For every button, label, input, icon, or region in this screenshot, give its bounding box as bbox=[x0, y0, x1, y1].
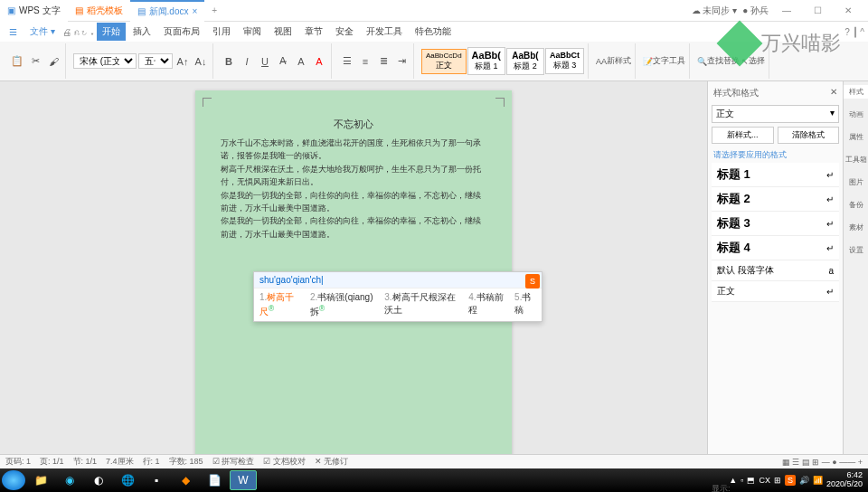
menu-insert[interactable]: 插入 bbox=[127, 23, 156, 41]
bold-button[interactable]: B bbox=[221, 53, 237, 70]
highlight-button[interactable]: A bbox=[293, 53, 309, 70]
shrink-font[interactable]: A↓ bbox=[193, 53, 209, 70]
panel-close[interactable]: ✕ bbox=[830, 87, 837, 99]
new-style-button[interactable]: AA新样式 bbox=[596, 53, 631, 70]
current-style-dd[interactable]: 正文▾ bbox=[712, 105, 839, 123]
tray-clock[interactable]: 6:42 2020/5/20 bbox=[826, 471, 863, 489]
menu-icons[interactable]: 🖨 ⎌ ↻ ▾ bbox=[62, 27, 95, 37]
tray-icon[interactable]: ⬒ bbox=[747, 476, 755, 485]
sidetab-tools[interactable]: 工具箱 bbox=[844, 153, 868, 166]
style-h3[interactable]: AaBbCt标题 3 bbox=[545, 48, 584, 74]
task-notepad[interactable]: 📄 bbox=[201, 470, 228, 490]
menu-layout[interactable]: 页面布局 bbox=[158, 23, 205, 41]
sidetab-backup[interactable]: 备份 bbox=[844, 198, 868, 212]
align-button[interactable]: ≣ bbox=[375, 53, 392, 70]
sidetab-settings[interactable]: 设置 bbox=[844, 243, 868, 257]
style-item-h2[interactable]: 标题 2↵ bbox=[712, 187, 839, 212]
style-h1[interactable]: AaBb(标题 1 bbox=[467, 47, 505, 75]
size-select[interactable]: 五号 bbox=[138, 53, 173, 69]
maximize-button[interactable]: ☐ bbox=[805, 5, 830, 15]
font-select[interactable]: 宋体 (正文) bbox=[73, 53, 137, 69]
menu-view[interactable]: 视图 bbox=[269, 23, 297, 41]
clear-format-btn[interactable]: 清除格式 bbox=[778, 127, 840, 144]
menu-logo[interactable]: ☰ bbox=[4, 24, 23, 40]
tab-new[interactable]: + bbox=[204, 0, 224, 22]
new-style-btn[interactable]: 新样式... bbox=[712, 127, 774, 144]
status-sec: 节: 1/1 bbox=[73, 456, 98, 468]
strike-button[interactable]: A̶ bbox=[275, 53, 291, 70]
minimize-button[interactable]: — bbox=[774, 5, 799, 15]
tray-net[interactable]: 📶 bbox=[813, 476, 823, 485]
task-explorer[interactable]: 📁 bbox=[27, 470, 54, 490]
sidetab-material[interactable]: 素材 bbox=[844, 221, 868, 234]
margin-corner bbox=[203, 98, 212, 107]
tray-icon[interactable]: ▲ bbox=[729, 476, 737, 485]
menu-ref[interactable]: 引用 bbox=[207, 23, 236, 41]
tray-icon[interactable]: ▫ bbox=[741, 476, 743, 485]
document-area[interactable]: 不忘初心 万水千山不忘来时路，鲜血浇灌出花开的国度，生死相依只为了那一句承诺，报… bbox=[0, 81, 707, 454]
menu-file[interactable]: 文件 ▾ bbox=[24, 23, 61, 41]
task-kugou[interactable]: ◉ bbox=[56, 470, 83, 490]
task-steam[interactable]: ◐ bbox=[85, 470, 112, 490]
menu-review[interactable]: 审阅 bbox=[238, 23, 267, 41]
tab-template[interactable]: ▤ 稻壳模板 bbox=[68, 0, 130, 22]
menu-dev[interactable]: 开发工具 bbox=[361, 23, 408, 41]
menu-help[interactable]: ? ┃ ^ bbox=[844, 27, 864, 37]
sync-status[interactable]: ☁ 未同步 ▾ bbox=[692, 5, 738, 17]
task-wps[interactable]: W bbox=[230, 470, 257, 490]
tray-vol[interactable]: 🔊 bbox=[799, 476, 809, 485]
style-item-h4[interactable]: 标题 4↵ bbox=[712, 236, 839, 260]
doc-paragraph[interactable]: 你是我的一切我的全部，向往你的向往，幸福你的幸福，不忘初心，继续前进，万水千山最… bbox=[221, 189, 486, 215]
tray-sogou[interactable]: S bbox=[785, 475, 796, 486]
tray-lang[interactable]: CX bbox=[759, 476, 770, 485]
style-item-h3[interactable]: 标题 3↵ bbox=[712, 212, 839, 236]
numlist-button[interactable]: ≡ bbox=[357, 53, 373, 70]
indent-button[interactable]: ⇥ bbox=[393, 53, 410, 70]
underline-button[interactable]: U bbox=[257, 53, 273, 70]
view-buttons[interactable]: ▦ ☰ ▤ ⊞ — ● —— + bbox=[782, 458, 863, 467]
task-chrome[interactable]: 🌐 bbox=[114, 470, 141, 490]
select-button[interactable]: ↖选择 bbox=[741, 53, 765, 70]
tab-document[interactable]: ▤ 新闻.docx × bbox=[130, 0, 205, 22]
style-body[interactable]: AaBbCcDd正文 bbox=[421, 49, 467, 74]
status-doccheck[interactable]: ☑ 文档校对 bbox=[263, 456, 306, 468]
panel-hint: 请选择要应用的格式 bbox=[712, 147, 839, 163]
task-terminal[interactable]: ▪ bbox=[143, 470, 170, 490]
style-h2[interactable]: AaBb(标题 2 bbox=[506, 48, 544, 75]
ime-candidates[interactable]: 1.树高千尺® 2.书稿强(qiang)拆® 3.树高千尺根深在沃土 4.书稿前… bbox=[254, 289, 542, 321]
format-painter[interactable]: 🖌 bbox=[45, 53, 61, 70]
task-app[interactable]: ◆ bbox=[172, 470, 199, 490]
app-label: ▣ WPS 文字 bbox=[0, 0, 68, 22]
sidetab-style[interactable]: 样式 bbox=[844, 85, 868, 99]
text-tools-button[interactable]: 📝文字工具 bbox=[643, 53, 685, 70]
doc-paragraph[interactable]: 你是我的一切我的全部，向往你的向往，幸福你的幸福，不忘初心，继续前进，万水千山最… bbox=[221, 214, 486, 241]
italic-button[interactable]: I bbox=[239, 53, 255, 70]
style-item-h1[interactable]: 标题 1↵ bbox=[712, 163, 839, 187]
user-avatar[interactable]: ● 孙兵 bbox=[742, 5, 769, 17]
menu-security[interactable]: 安全 bbox=[330, 23, 359, 41]
sidetab-anim[interactable]: 动画 bbox=[844, 108, 868, 121]
color-button[interactable]: A bbox=[311, 53, 327, 70]
grow-font[interactable]: A↑ bbox=[175, 53, 191, 70]
menu-special[interactable]: 特色功能 bbox=[410, 23, 457, 41]
doc-paragraph[interactable]: 树高千尺根深在沃土，你是大地给我万般呵护，生生不息只为了那一份托付，无惧风雨迎来… bbox=[221, 163, 486, 189]
ime-popup[interactable]: S shu'gao'qian'ch| 1.树高千尺® 2.书稿强(qiang)拆… bbox=[253, 271, 542, 322]
close-button[interactable]: ✕ bbox=[835, 5, 861, 15]
tray-icon[interactable]: ⊞ bbox=[774, 476, 781, 485]
sidetab-img[interactable]: 图片 bbox=[844, 175, 868, 189]
doc-paragraph[interactable]: 万水千山不忘来时路，鲜血浇灌出花开的国度，生死相依只为了那一句承诺，报答你是我唯… bbox=[221, 137, 486, 163]
status-spell[interactable]: ☑ 拼写检查 bbox=[212, 456, 255, 468]
doc-title[interactable]: 不忘初心 bbox=[221, 118, 486, 131]
menu-chapter[interactable]: 章节 bbox=[299, 23, 328, 41]
paste-button[interactable]: 📋 bbox=[9, 53, 25, 70]
find-button[interactable]: 🔍查找替换 bbox=[697, 53, 740, 70]
style-item-body[interactable]: 正文↵ bbox=[712, 281, 839, 302]
menu-start[interactable]: 开始 bbox=[97, 23, 126, 41]
list-button[interactable]: ☰ bbox=[339, 53, 355, 70]
style-item-default[interactable]: 默认 段落字体a bbox=[712, 260, 839, 281]
status-nofix[interactable]: ✕ 无修订 bbox=[315, 456, 349, 468]
side-tabs: 样式 动画 属性 工具箱 图片 备份 素材 设置 bbox=[843, 81, 868, 454]
sidetab-prop[interactable]: 属性 bbox=[844, 130, 868, 144]
cut-button[interactable]: ✂ bbox=[27, 53, 43, 70]
start-button[interactable] bbox=[2, 470, 25, 490]
